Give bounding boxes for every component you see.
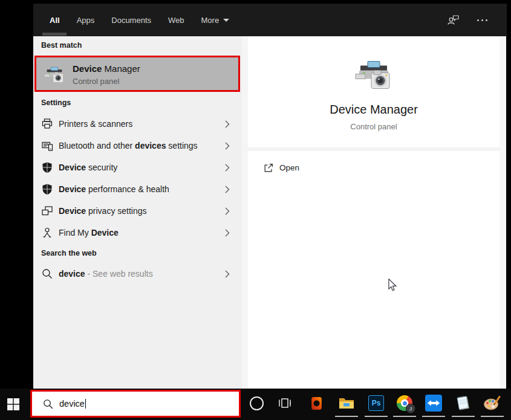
chrome-profile-badge: J bbox=[406, 404, 415, 413]
tab-apps[interactable]: Apps bbox=[68, 4, 103, 36]
search-input-value: device bbox=[59, 392, 86, 416]
chevron-right-icon bbox=[225, 164, 230, 172]
result-device-security[interactable]: Device security bbox=[33, 157, 242, 178]
chevron-right-icon bbox=[225, 186, 230, 193]
chrome-icon: J bbox=[397, 395, 412, 411]
shield-icon bbox=[41, 183, 53, 195]
result-device-privacy-settings[interactable]: Device privacy settings bbox=[33, 200, 242, 222]
windows-search-screen: All Apps Documents Web More bbox=[0, 0, 511, 420]
scrollbar-track[interactable] bbox=[500, 36, 506, 389]
tab-documents-label: Documents bbox=[111, 16, 151, 25]
running-indicator-file-explorer bbox=[335, 416, 358, 417]
taskbar-chrome[interactable]: J bbox=[395, 394, 414, 412]
best-match-device-manager[interactable]: Device Manager Control panel bbox=[34, 56, 240, 92]
bluetooth-devices-icon bbox=[41, 140, 53, 152]
search-icon bbox=[42, 398, 54, 410]
search-input[interactable]: device bbox=[30, 390, 241, 418]
taskbar-notepad[interactable] bbox=[454, 394, 472, 412]
result-device-performance-health[interactable]: Device performance & health bbox=[33, 178, 242, 200]
tab-all-label: All bbox=[50, 16, 60, 25]
open-action[interactable]: Open bbox=[248, 156, 500, 180]
running-indicator-chrome bbox=[393, 416, 416, 417]
result-web-search-device[interactable]: device - See web results bbox=[33, 263, 242, 285]
best-match-title: Device Manager bbox=[73, 63, 140, 74]
tab-web[interactable]: Web bbox=[160, 4, 193, 36]
find-device-icon bbox=[41, 227, 53, 239]
result-find-my-device[interactable]: Find My Device bbox=[33, 222, 242, 244]
taskbar-office[interactable] bbox=[307, 394, 325, 412]
device-manager-icon bbox=[354, 58, 393, 92]
taskbar-file-explorer[interactable] bbox=[337, 394, 356, 412]
panel-divider bbox=[242, 36, 248, 389]
best-match-subtitle: Control panel bbox=[73, 77, 119, 86]
tab-apps-label: Apps bbox=[77, 16, 95, 25]
result-bluetooth-devices-settings[interactable]: Bluetooth and other devices settings bbox=[33, 135, 242, 157]
task-view-icon bbox=[278, 397, 291, 409]
search-icon bbox=[41, 268, 53, 280]
chevron-right-icon bbox=[225, 120, 230, 128]
tab-web-label: Web bbox=[168, 16, 184, 25]
preview-panel: Device Manager Control panel Open bbox=[248, 36, 500, 389]
start-button[interactable] bbox=[7, 398, 20, 411]
paint-icon bbox=[483, 395, 501, 411]
office-icon bbox=[309, 396, 324, 411]
tab-more[interactable]: More bbox=[193, 4, 238, 36]
chevron-down-icon bbox=[223, 19, 229, 22]
photoshop-icon: Ps bbox=[368, 395, 384, 411]
best-match-header: Best match bbox=[41, 41, 82, 50]
device-manager-icon bbox=[44, 65, 65, 85]
result-label: Printers & scanners bbox=[59, 113, 132, 135]
result-label: Find My Device bbox=[59, 222, 119, 244]
open-label: Open bbox=[279, 156, 299, 180]
result-label: Device privacy settings bbox=[59, 200, 147, 222]
feedback-icon[interactable] bbox=[447, 14, 460, 26]
selected-tab-indicator bbox=[42, 33, 67, 36]
chevron-right-icon bbox=[225, 207, 230, 215]
teamviewer-icon bbox=[425, 395, 442, 412]
printer-icon bbox=[41, 118, 53, 130]
taskbar-teamviewer[interactable] bbox=[425, 394, 443, 412]
tabbar-right-icons bbox=[447, 14, 507, 26]
chevron-right-icon bbox=[225, 142, 230, 150]
running-indicator-teamviewer bbox=[422, 416, 445, 417]
running-indicator-paint bbox=[481, 416, 504, 417]
search-results-panel: Best match Device Manager Control panel … bbox=[33, 36, 242, 389]
taskbar-cortana[interactable] bbox=[247, 394, 265, 412]
result-printers-scanners[interactable]: Printers & scanners bbox=[33, 113, 242, 135]
mouse-cursor bbox=[388, 279, 397, 292]
preview-subtitle: Control panel bbox=[248, 122, 500, 131]
preview-title: Device Manager bbox=[248, 103, 500, 117]
more-options-icon[interactable] bbox=[476, 16, 489, 25]
taskbar-task-view[interactable] bbox=[276, 394, 294, 412]
search-filter-bar: All Apps Documents Web More bbox=[33, 4, 507, 36]
tab-more-label: More bbox=[201, 16, 220, 25]
result-label: Device performance & health bbox=[59, 178, 169, 200]
cortana-icon bbox=[250, 396, 264, 410]
preview-divider bbox=[248, 147, 500, 151]
result-label: Bluetooth and other devices settings bbox=[59, 135, 198, 157]
notepad-icon bbox=[456, 395, 471, 412]
taskbar-photoshop[interactable]: Ps bbox=[367, 394, 385, 412]
device-privacy-icon bbox=[41, 205, 53, 217]
search-web-header: Search the web bbox=[41, 249, 97, 257]
tab-all[interactable]: All bbox=[41, 4, 68, 36]
running-indicator-notepad bbox=[452, 416, 475, 417]
filter-tabs: All Apps Documents Web More bbox=[33, 4, 238, 36]
result-label: device - See web results bbox=[59, 263, 153, 285]
chevron-right-icon bbox=[225, 270, 230, 278]
taskbar-paint[interactable] bbox=[483, 394, 501, 412]
result-label: Device security bbox=[59, 157, 117, 178]
chevron-right-icon bbox=[225, 229, 230, 237]
text-caret bbox=[85, 399, 86, 409]
open-icon bbox=[263, 163, 274, 173]
file-explorer-icon bbox=[339, 396, 354, 410]
tab-documents[interactable]: Documents bbox=[103, 4, 160, 36]
settings-header: Settings bbox=[41, 99, 71, 107]
shield-icon bbox=[41, 161, 53, 173]
running-indicator-photoshop bbox=[365, 416, 388, 417]
